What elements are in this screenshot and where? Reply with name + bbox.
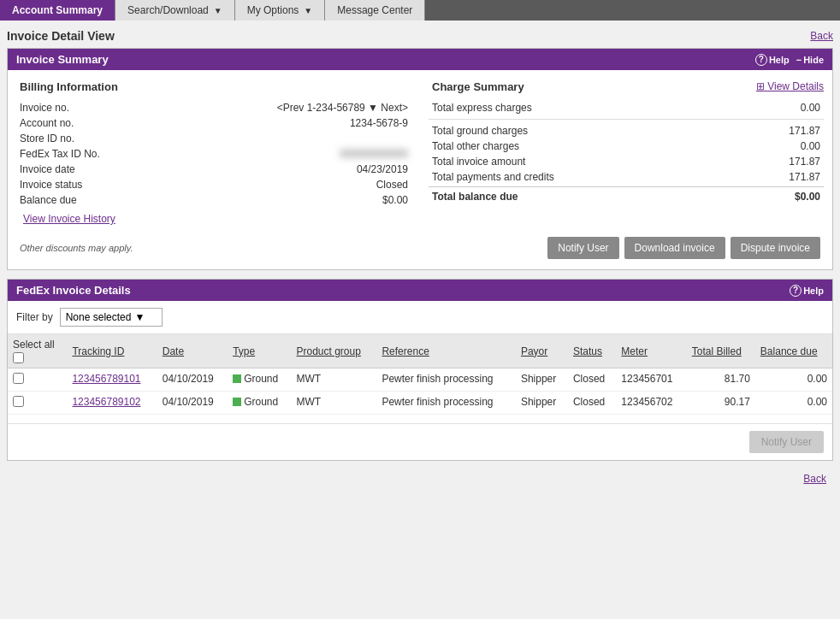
filter-select[interactable]: None selected ▼: [60, 308, 163, 327]
select-all-checkbox[interactable]: [13, 352, 24, 363]
page-title: Invoice Detail View: [7, 29, 115, 43]
col-type: Type: [228, 334, 291, 368]
nav-tab-label: Account Summary: [12, 4, 103, 16]
fedex-help-button[interactable]: ? Help: [790, 285, 824, 297]
store-id-label: Store ID no.: [20, 133, 74, 144]
invoice-date-label: Invoice date: [20, 163, 75, 175]
charge-summary-header: Charge Summary ⊞ View Details: [429, 77, 824, 100]
col-status: Status: [568, 334, 616, 368]
invoice-next-link[interactable]: Next>: [381, 102, 408, 114]
filter-dropdown-icon: ▼: [134, 311, 145, 323]
tax-id-label: FedEx Tax ID No.: [20, 148, 100, 160]
row2-tracking: 123456789102: [67, 392, 157, 415]
row1-meter: 123456701: [616, 368, 686, 392]
row2-type-badge: Ground: [233, 396, 278, 408]
row2-balance-due: 0.00: [755, 392, 832, 415]
row2-date: 04/10/2019: [157, 392, 228, 415]
row2-type-label: Ground: [244, 396, 278, 408]
store-id-row: Store ID no.: [16, 131, 411, 146]
invoice-dropdown-icon[interactable]: ▼: [368, 102, 378, 114]
row2-checkbox[interactable]: [13, 396, 24, 407]
row1-total-billed: 81.70: [687, 368, 755, 392]
row2-product-group: MWT: [292, 392, 377, 415]
row2-status: Closed: [568, 392, 616, 415]
fedex-details-section: FedEx Invoice Details ? Help Filter by N…: [7, 279, 833, 461]
invoice-no-label: Invoice no.: [20, 102, 69, 114]
back-link-bottom[interactable]: Back: [803, 473, 826, 485]
invoice-footer: Other discounts may apply. Notify User D…: [16, 230, 824, 262]
balance-due-row: Balance due $0.00: [16, 192, 411, 208]
notify-user-bottom-button: Notify User: [749, 431, 824, 453]
back-link-top[interactable]: Back: [810, 30, 833, 42]
row1-tracking-link[interactable]: 123456789101: [72, 373, 140, 385]
row2-type: Ground: [228, 392, 291, 415]
download-invoice-button[interactable]: Download invoice: [624, 237, 725, 259]
row1-date: 04/10/2019: [157, 368, 228, 392]
top-navigation: Account Summary Search/Download ▼ My Opt…: [0, 0, 840, 21]
fedex-details-header: FedEx Invoice Details ? Help: [8, 280, 832, 301]
row1-status: Closed: [568, 368, 616, 392]
row2-tracking-link[interactable]: 123456789102: [72, 396, 140, 408]
fedex-help-label: Help: [803, 286, 824, 296]
tax-id-row: FedEx Tax ID No. XXXXXXXXXX: [16, 146, 411, 162]
row2-payor: Shipper: [516, 392, 568, 415]
filter-selected-value: None selected: [66, 311, 132, 323]
view-invoice-history-link[interactable]: View Invoice History: [20, 209, 119, 228]
invoice-summary-header: Invoice Summary ? Help − Hide: [8, 49, 832, 70]
billing-info-col: Billing Information Invoice no. <Prev 1-…: [16, 77, 411, 230]
payments-credits-value: 171.87: [789, 171, 820, 183]
expand-icon: ⊞: [756, 80, 765, 92]
other-charges-row: Total other charges 0.00: [429, 139, 824, 154]
total-balance-label: Total balance due: [432, 191, 518, 203]
row2-meter: 123456702: [616, 392, 686, 415]
nav-tab-my-options[interactable]: My Options ▼: [235, 0, 326, 21]
row1-type-label: Ground: [244, 373, 278, 385]
nav-tab-account-summary[interactable]: Account Summary: [0, 0, 115, 21]
balance-due-label: Balance due: [20, 194, 77, 206]
view-details-link[interactable]: ⊞ View Details: [756, 80, 824, 93]
row1-payor: Shipper: [516, 368, 568, 392]
row1-select: [8, 368, 67, 392]
table-row: 123456789102 04/10/2019 Ground MWT Pewte…: [8, 392, 832, 415]
row2-reference: Pewter finish processing: [376, 392, 515, 415]
invoice-no-row: Invoice no. <Prev 1-234-56789 ▼ Next>: [16, 100, 411, 115]
col-reference: Reference: [376, 334, 515, 368]
hide-label: Hide: [803, 55, 824, 65]
chevron-down-icon: ▼: [214, 6, 222, 15]
help-button[interactable]: ? Help: [755, 54, 790, 66]
invoice-amount-label: Total invoice amount: [432, 156, 525, 168]
nav-tab-search-download[interactable]: Search/Download ▼: [115, 0, 235, 21]
row1-type-badge: Ground: [233, 373, 278, 385]
row1-checkbox[interactable]: [13, 373, 24, 384]
row2-total-billed: 90.17: [687, 392, 755, 415]
express-charges-row: Total express charges 0.00: [429, 100, 824, 115]
fedex-section-title: FedEx Invoice Details: [16, 284, 131, 297]
invoice-status-row: Invoice status Closed: [16, 177, 411, 192]
ground-icon: [233, 398, 241, 406]
total-billed-col-label: Total Billed: [692, 345, 742, 357]
invoice-summary-section: Invoice Summary ? Help − Hide Billing In…: [7, 48, 833, 270]
express-charges-value: 0.00: [801, 102, 820, 114]
invoice-status-label: Invoice status: [20, 179, 82, 191]
status-col-label: Status: [573, 345, 602, 357]
minus-icon: −: [796, 55, 802, 65]
payments-credits-row: Total payments and credits 171.87: [429, 169, 824, 185]
tax-id-value: XXXXXXXXXX: [340, 148, 408, 160]
filter-label: Filter by: [16, 311, 53, 323]
nav-tab-message-center[interactable]: Message Center: [325, 0, 425, 21]
dispute-invoice-button[interactable]: Dispute invoice: [731, 237, 820, 259]
invoice-prev-link[interactable]: <Prev: [277, 102, 305, 114]
hide-button[interactable]: − Hide: [796, 55, 824, 65]
row2-select: [8, 392, 67, 415]
other-charges-value: 0.00: [801, 140, 820, 152]
row1-balance-due: 0.00: [755, 368, 832, 392]
notify-user-button[interactable]: Notify User: [547, 237, 618, 259]
col-date: Date: [157, 334, 228, 368]
payor-col-label: Payor: [521, 345, 547, 357]
charge-summary-title: Charge Summary: [432, 80, 524, 93]
reference-col-label: Reference: [382, 345, 429, 357]
col-select-all: Select all: [8, 334, 67, 368]
nav-tab-label: My Options: [247, 4, 299, 16]
table-header: Select all Tracking ID Date Type: [8, 334, 832, 368]
help-icon: ?: [755, 54, 767, 66]
